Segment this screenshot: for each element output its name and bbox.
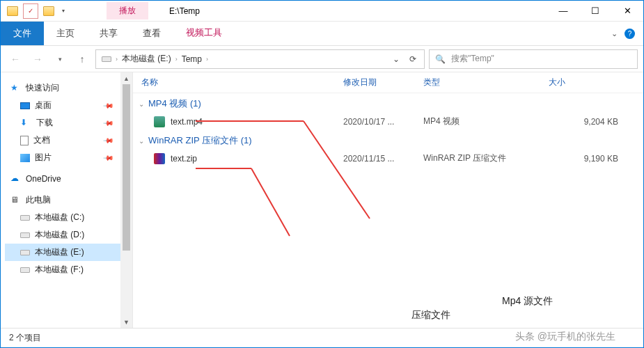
group-header-zip[interactable]: ⌄ WinRAR ZIP 压缩文件 (1) <box>133 130 643 150</box>
tab-view[interactable]: 查看 <box>130 22 173 45</box>
column-name[interactable]: 名称 <box>141 77 343 88</box>
sidebar-drive-c[interactable]: 本地磁盘 (C:) <box>5 209 132 226</box>
sidebar-downloads[interactable]: ⬇下载📌 <box>5 114 132 132</box>
breadcrumb-segment[interactable]: Temp <box>179 54 205 64</box>
annotation-source-file: Mp4 源文件 <box>502 295 553 308</box>
pin-icon: 📌 <box>103 134 114 145</box>
column-date[interactable]: 修改日期 <box>343 77 423 88</box>
play-context-tab[interactable]: 播放 <box>107 2 148 19</box>
file-list: 名称 修改日期 类型 大小 ⌄ MP4 视频 (1) text.mp4 2020… <box>133 72 643 328</box>
search-input[interactable]: 🔍 搜索"Temp" <box>429 49 638 69</box>
address-bar[interactable]: › 本地磁盘 (E:) › Temp › ⌄ ⟳ <box>95 49 425 69</box>
sidebar-pictures[interactable]: 图片📌 <box>5 149 132 166</box>
drive-icon <box>99 56 114 62</box>
quick-access-toolbar: ✓ ▾ <box>1 3 72 19</box>
sidebar-quick-access[interactable]: ★快速访问 <box>5 79 132 97</box>
zip-icon <box>154 153 165 164</box>
ribbon-collapse-icon[interactable]: ⌄ <box>611 29 618 38</box>
up-button[interactable]: ↑ <box>73 50 91 68</box>
chevron-down-icon: ⌄ <box>139 137 144 145</box>
sidebar-scrollbar[interactable]: ▲ ▼ <box>120 72 132 328</box>
sidebar-onedrive[interactable]: ☁OneDrive <box>5 171 132 187</box>
sidebar-this-pc[interactable]: 🖥此电脑 <box>5 191 132 209</box>
drive-icon <box>20 215 30 221</box>
file-row[interactable]: text.mp4 2020/10/17 ... MP4 视频 9,204 KB <box>133 113 643 130</box>
navigation-pane: ★快速访问 桌面📌 ⬇下载📌 文档📌 图片📌 ☁OneDrive 🖥此电脑 本地… <box>1 72 133 328</box>
watermark: 头条 @玩手机的张先生 <box>515 331 615 343</box>
mp4-icon <box>154 116 165 127</box>
chevron-right-icon[interactable]: › <box>205 56 210 63</box>
pin-icon: 📌 <box>103 152 114 163</box>
tab-file[interactable]: 文件 <box>1 22 44 45</box>
sidebar-documents[interactable]: 文档📌 <box>5 132 132 149</box>
cloud-icon: ☁ <box>10 173 22 184</box>
chevron-down-icon: ⌄ <box>139 100 144 108</box>
breadcrumb-segment[interactable]: 本地磁盘 (E:) <box>119 53 174 65</box>
window-controls: — ☐ ✕ <box>547 1 643 22</box>
annotation-compressed-file: 压缩文件 <box>411 309 450 322</box>
chevron-right-icon[interactable]: › <box>114 56 119 63</box>
tab-home[interactable]: 主页 <box>44 22 87 45</box>
pin-icon: 📌 <box>103 100 114 111</box>
desktop-icon <box>20 102 30 109</box>
refresh-icon[interactable]: ⟳ <box>405 50 421 68</box>
help-icon[interactable]: ? <box>625 29 635 39</box>
star-icon: ★ <box>10 83 22 94</box>
group-header-mp4[interactable]: ⌄ MP4 视频 (1) <box>133 93 643 113</box>
download-icon: ⬇ <box>20 118 31 129</box>
drive-icon <box>20 250 30 255</box>
column-size[interactable]: 大小 <box>549 77 632 88</box>
forward-button[interactable]: → <box>29 50 47 68</box>
sidebar-drive-e[interactable]: 本地磁盘 (E:) <box>5 244 132 261</box>
drive-icon <box>20 267 30 273</box>
pictures-icon <box>20 154 30 162</box>
contextual-tabs: 播放 <box>107 2 148 19</box>
qat-properties-icon[interactable]: ✓ <box>23 3 38 19</box>
maximize-button[interactable]: ☐ <box>579 1 611 22</box>
scroll-down-icon[interactable]: ▼ <box>120 316 132 328</box>
svg-line-3 <box>251 168 290 236</box>
back-button[interactable]: ← <box>6 50 24 68</box>
chevron-right-icon[interactable]: › <box>174 56 179 63</box>
search-icon: 🔍 <box>435 54 446 64</box>
pin-icon: 📌 <box>103 117 114 128</box>
tab-share[interactable]: 共享 <box>87 22 130 45</box>
search-placeholder: 搜索"Temp" <box>451 53 494 65</box>
scroll-up-icon[interactable]: ▲ <box>120 72 132 84</box>
folder-icon <box>5 3 20 19</box>
address-dropdown-icon[interactable]: ⌄ <box>388 50 405 68</box>
navigation-bar: ← → ▾ ↑ › 本地磁盘 (E:) › Temp › ⌄ ⟳ 🔍 搜索"Te… <box>1 46 643 72</box>
qat-dropdown-icon[interactable]: ▾ <box>59 8 68 14</box>
sidebar-drive-d[interactable]: 本地磁盘 (D:) <box>5 226 132 244</box>
window-title: E:\Temp <box>169 6 200 16</box>
sidebar-desktop[interactable]: 桌面📌 <box>5 97 132 114</box>
scroll-thumb[interactable] <box>123 84 130 251</box>
file-row[interactable]: text.zip 2020/11/15 ... WinRAR ZIP 压缩文件 … <box>133 150 643 167</box>
content-area: ★快速访问 桌面📌 ⬇下载📌 文档📌 图片📌 ☁OneDrive 🖥此电脑 本地… <box>1 72 643 328</box>
pc-icon: 🖥 <box>10 195 22 206</box>
close-button[interactable]: ✕ <box>611 1 643 22</box>
column-type[interactable]: 类型 <box>423 77 549 88</box>
ribbon-tabs: 文件 主页 共享 查看 视频工具 ⌄ ? <box>1 22 643 46</box>
status-item-count: 2 个项目 <box>9 332 41 344</box>
sidebar-drive-f[interactable]: 本地磁盘 (F:) <box>5 261 132 278</box>
drive-icon <box>20 232 30 238</box>
document-icon <box>20 136 29 145</box>
qat-newfolder-icon[interactable] <box>41 3 56 19</box>
recent-dropdown-icon[interactable]: ▾ <box>51 50 69 68</box>
minimize-button[interactable]: — <box>547 1 579 22</box>
column-headers: 名称 修改日期 类型 大小 <box>133 72 643 93</box>
tab-video-tools[interactable]: 视频工具 <box>173 22 235 45</box>
titlebar: ✓ ▾ 播放 E:\Temp — ☐ ✕ <box>1 1 643 22</box>
